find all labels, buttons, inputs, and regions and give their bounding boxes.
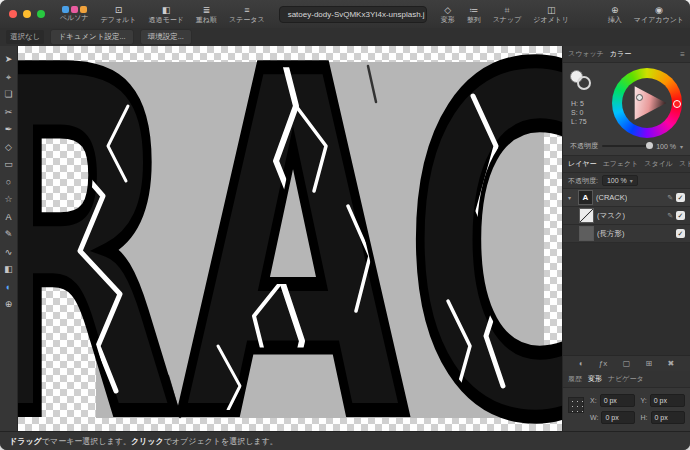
stroke-swatch[interactable] — [577, 76, 591, 90]
document-settings-button[interactable]: ドキュメント設定... — [50, 29, 133, 45]
height-input[interactable]: 0 px — [651, 411, 686, 424]
zoom-tool[interactable]: ⊕ — [2, 298, 16, 310]
transparency-tool[interactable]: ◐ — [2, 281, 16, 293]
tab-color[interactable]: カラー — [610, 49, 631, 59]
toolbar-item-status[interactable]: ≡ ステータス — [223, 0, 271, 28]
tab-layers[interactable]: レイヤー — [568, 159, 597, 169]
tab-navigator[interactable]: ナビゲータ — [608, 374, 644, 384]
x-input[interactable]: 0 px — [600, 394, 635, 407]
designer-persona-icon[interactable] — [62, 6, 69, 13]
toolbar-item-insert[interactable]: ⊕ 挿入 — [602, 0, 628, 28]
layers-opacity-label: 不透明度: — [568, 176, 598, 186]
status-icon: ≡ — [244, 5, 249, 15]
panel-menu-icon[interactable]: ≡ — [680, 50, 685, 59]
top-toolbar: ペルソナ ⊡ デフォルト ◧ 透過モード ≣ 重ね順 ≡ ステータス satoe… — [0, 0, 690, 29]
layer-opacity-dropdown[interactable]: 100 % ▾ — [602, 175, 638, 186]
close-button[interactable] — [9, 10, 17, 18]
hue-value: H: 5 — [571, 99, 587, 108]
height-field: H: 0 px — [641, 411, 686, 424]
hsl-triangle[interactable] — [625, 81, 669, 125]
delete-layer-icon[interactable]: ✖ — [668, 359, 675, 368]
crack-text-layer[interactable]: RAC — [18, 46, 562, 432]
opacity-slider[interactable] — [602, 145, 652, 147]
node-tool[interactable]: ⌖ — [2, 71, 16, 83]
opacity-label: 不透明度 — [570, 141, 598, 151]
export-persona-icon[interactable] — [80, 6, 87, 13]
toolbar-item-geometry[interactable]: ◫ ジオメトリ — [527, 0, 575, 28]
color-wheel[interactable] — [612, 68, 682, 138]
layer-effects-icon[interactable]: ƒx — [599, 359, 607, 368]
tab-swatches[interactable]: スウォッチ — [568, 49, 604, 59]
persona-switcher[interactable]: ペルソナ — [54, 0, 95, 28]
width-input[interactable]: 0 px — [601, 411, 634, 424]
chevron-down-icon[interactable]: ▾ — [680, 143, 683, 150]
adjustment-icon[interactable]: ◐ — [579, 359, 584, 368]
brush-tool[interactable]: ∿ — [2, 246, 16, 258]
pixel-persona-icon[interactable] — [71, 6, 78, 13]
tab-stock[interactable]: ストック — [679, 159, 690, 169]
marquee-tool[interactable]: ❏ — [2, 88, 16, 100]
document-view: RAC RAC — [18, 46, 562, 432]
tab-effects[interactable]: エフェクト — [603, 159, 639, 169]
lightness-value: L: 75 — [571, 117, 587, 126]
color-marker[interactable] — [636, 94, 643, 101]
move-tool[interactable]: ➤ — [2, 53, 16, 65]
bottom-panel-tabs: 履歴 変形 ナビゲータ — [563, 371, 690, 388]
insert-icon: ⊕ — [611, 5, 619, 15]
opacity-slider-knob[interactable] — [646, 142, 653, 149]
status-hint-drag-rest: でマーキー選択します。 — [42, 436, 131, 447]
hue-marker[interactable] — [673, 100, 681, 108]
mask-layer-icon[interactable]: ▢ — [623, 359, 631, 368]
layer-name: (マスク) — [597, 211, 625, 221]
corner-tool[interactable]: ◇ — [2, 141, 16, 153]
edit-icon: ✎ — [667, 212, 673, 220]
toolbar-item-align[interactable]: ≔ 整列 — [461, 0, 487, 28]
status-bar: ドラッグ でマーキー選択します。 クリック でオブジェクトを選択します。 — [0, 431, 690, 450]
text-tool[interactable]: A — [2, 211, 16, 223]
toolbar-item-my-account[interactable]: ◉ マイアカウント — [628, 0, 690, 28]
expand-arrow-icon[interactable]: ▾ — [568, 194, 575, 201]
tab-history[interactable]: 履歴 — [568, 374, 582, 384]
toolbar-item-order[interactable]: ≣ 重ね順 — [190, 0, 223, 28]
canvas[interactable]: RAC RAC — [18, 46, 562, 432]
hsl-values: H: 5 S: 0 L: 75 — [571, 99, 587, 126]
add-layer-icon[interactable]: ⊞ — [646, 359, 653, 368]
fill-tool[interactable]: ◧ — [2, 263, 16, 275]
width-field: W: 0 px — [590, 411, 635, 424]
text-layer-icon: A — [578, 190, 593, 205]
minimize-button[interactable] — [23, 10, 31, 18]
star-tool[interactable]: ☆ — [2, 193, 16, 205]
color-opacity-row: 不透明度 100 % ▾ — [570, 141, 683, 151]
anchor-point-selector[interactable] — [568, 397, 584, 413]
toolbar-item-blend-mode[interactable]: ◧ 透過モード — [142, 0, 189, 28]
layer-name: (長方形) — [597, 229, 625, 239]
document-tab[interactable]: satoey-dody-SvQMKx3YI4x-unsplash.j ▾ — [279, 6, 427, 23]
status-hint-click-rest: でオブジェクトを選択します。 — [164, 436, 278, 447]
status-hint-click: クリック — [131, 436, 164, 447]
layer-row-rectangle[interactable]: (長方形) ✓ — [563, 225, 690, 243]
layers-opacity-row: 不透明度: 100 % ▾ — [563, 173, 690, 189]
toolbar-item-default[interactable]: ⊡ デフォルト — [95, 0, 143, 28]
toolbar-item-snap[interactable]: ⌗ スナップ — [487, 0, 528, 28]
preferences-button[interactable]: 環境設定... — [140, 29, 192, 45]
fullscreen-button[interactable] — [37, 10, 45, 18]
visibility-checkbox[interactable]: ✓ — [676, 229, 685, 238]
persona-icons — [62, 6, 87, 13]
layer-row-crack[interactable]: ▾ A (CRACK) ✎ ✓ — [563, 189, 690, 207]
toolbar-item-transform[interactable]: ◇ 変形 — [435, 0, 461, 28]
align-icon: ≔ — [469, 5, 478, 15]
layer-row-mask[interactable]: (マスク) ✎ ✓ — [563, 207, 690, 225]
layers-footer-toolbar: ◐ ƒx ▢ ⊞ ✖ — [563, 355, 690, 371]
ellipse-tool[interactable]: ○ — [2, 176, 16, 188]
y-input[interactable]: 0 px — [650, 394, 685, 407]
crop-tool[interactable]: ✂ — [2, 106, 16, 118]
tab-styles[interactable]: スタイル — [644, 159, 673, 169]
selection-status: 選択なし — [6, 30, 44, 44]
rectangle-tool[interactable]: ▭ — [2, 158, 16, 170]
right-panel: スウォッチ カラー ≡ H: 5 S: 0 L: 75 不透明度 100 % ▾ — [562, 46, 690, 432]
visibility-checkbox[interactable]: ✓ — [676, 211, 685, 220]
tab-transform[interactable]: 変形 — [588, 374, 602, 384]
visibility-checkbox[interactable]: ✓ — [676, 193, 685, 202]
pen-tool[interactable]: ✒ — [2, 123, 16, 135]
pencil-tool[interactable]: ✎ — [2, 228, 16, 240]
